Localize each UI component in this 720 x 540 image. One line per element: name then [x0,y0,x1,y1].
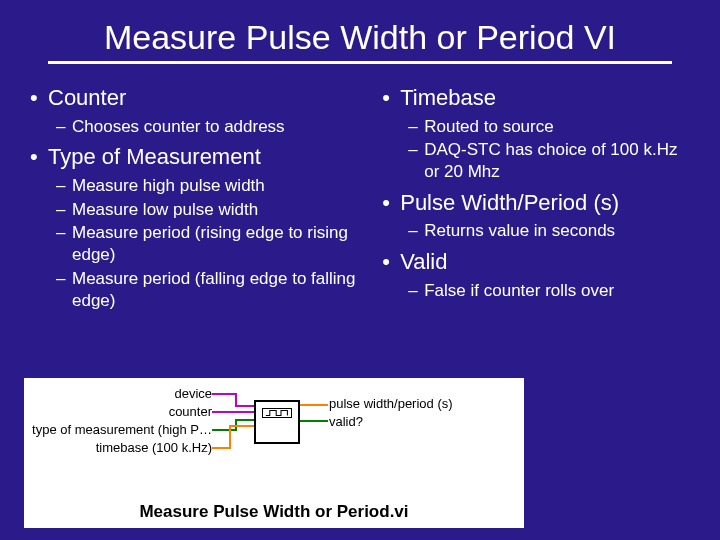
diagram-label-timebase: timebase (100 k.Hz) [96,440,212,455]
pulse-glyph-icon [262,408,292,418]
wire-counter [212,408,256,418]
wire-device [212,388,256,408]
subbullet-period-rising: Measure period (rising edge to rising ed… [30,222,370,266]
subbullet-chooses: Chooses counter to address [30,116,370,138]
bullet-valid: Valid [382,248,690,276]
bullet-timebase: Timebase [382,84,690,112]
subbullet-period-falling: Measure period (falling edge to falling … [30,268,370,312]
labview-diagram: device counter type of measurement (high… [24,378,524,528]
diagram-label-valid: valid? [329,414,363,429]
bullet-pulsewidth: Pulse Width/Period (s) [382,189,690,217]
subbullet-daq: DAQ-STC has choice of 100 k.Hz or 20 Mhz [382,139,690,183]
slide-title: Measure Pulse Width or Period VI [48,18,672,57]
diagram-label-output: pulse width/period (s) [329,396,453,411]
wire-timebase [212,424,256,452]
vi-icon-line1: PULSE [265,420,290,427]
vi-icon: PULSE PERIOD [254,400,300,444]
diagram-label-counter: counter [169,404,212,419]
subbullet-false: False if counter rolls over [382,280,690,302]
subbullet-routed: Routed to source [382,116,690,138]
bullet-type-measurement: Type of Measurement [30,143,370,171]
title-container: Measure Pulse Width or Period VI [48,18,672,64]
content-columns: Counter Chooses counter to address Type … [28,78,692,313]
diagram-caption: Measure Pulse Width or Period.vi [24,502,524,522]
subbullet-returns: Returns value in seconds [382,220,690,242]
left-column: Counter Chooses counter to address Type … [30,78,370,313]
diagram-label-type: type of measurement (high P… [32,422,212,437]
wire-output [300,402,328,410]
bullet-counter: Counter [30,84,370,112]
vi-icon-line2: PERIOD [263,429,292,436]
subbullet-high-pulse: Measure high pulse width [30,175,370,197]
wire-valid [300,418,328,426]
diagram-label-device: device [174,386,212,401]
right-column: Timebase Routed to source DAQ-STC has ch… [382,78,690,313]
subbullet-low-pulse: Measure low pulse width [30,199,370,221]
